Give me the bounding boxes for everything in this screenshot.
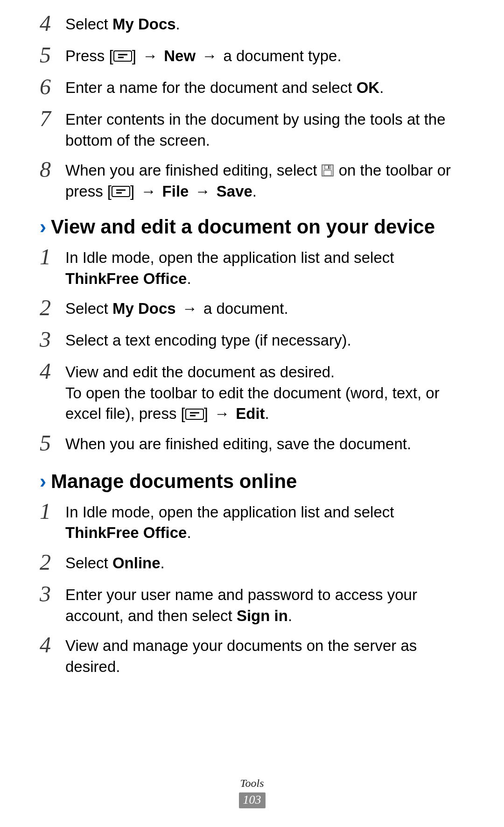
step-text: Press [] → New → a document type. [65,46,464,67]
step-number: 2 [40,551,65,573]
step-text: Select My Docs. [65,14,464,35]
step-item: 8When you are finished editing, select o… [40,160,464,202]
step-number: 5 [40,432,65,454]
step-text: Enter your user name and password to acc… [65,585,464,626]
step-item: 4View and edit the document as desired.T… [40,362,464,424]
step-item: 1In Idle mode, open the application list… [40,247,464,289]
step-text: When you are finished editing, save the … [65,434,464,455]
svg-rect-4 [325,165,330,169]
step-number: 1 [40,246,65,268]
step-item: 3Select a text encoding type (if necessa… [40,330,464,353]
section-title: Manage documents online [51,470,297,493]
step-text: In Idle mode, open the application list … [65,247,464,289]
step-text: View and edit the document as desired.To… [65,362,464,424]
page-number-container: 103 [0,792,504,808]
step-number: 3 [40,583,65,605]
step-item: 2Select My Docs → a document. [40,298,464,321]
section-heading-manage-online: › Manage documents online [40,470,464,493]
step-text: Select Online. [65,553,464,574]
svg-rect-0 [114,51,132,61]
step-number: 4 [40,12,65,35]
svg-rect-7 [112,186,130,197]
step-text: Enter contents in the document by using … [65,109,464,151]
top-steps-list: 4Select My Docs.5Press [] → New → a docu… [40,14,464,202]
step-text: Select My Docs → a document. [65,298,464,319]
step-text: When you are finished editing, select on… [65,160,464,202]
step-item: 4Select My Docs. [40,14,464,36]
step-text: Enter a name for the document and select… [65,78,464,99]
page-number: 103 [239,792,266,808]
step-item: 5When you are finished editing, save the… [40,434,464,456]
step-text: Select a text encoding type (if necessar… [65,330,464,351]
step-number: 3 [40,328,65,351]
step-item: 3Enter your user name and password to ac… [40,585,464,626]
step-number: 8 [40,158,65,181]
step-number: 5 [40,44,65,66]
svg-rect-6 [324,170,331,176]
step-number: 2 [40,297,65,319]
step-number: 1 [40,500,65,523]
svg-rect-10 [186,409,203,419]
step-item: 6Enter a name for the document and selec… [40,78,464,100]
step-text: In Idle mode, open the application list … [65,502,464,544]
menu-key-icon [113,50,132,62]
section-title: View and edit a document on your device [51,216,435,238]
menu-key-icon [112,186,130,197]
menu-key-icon [185,409,204,420]
step-item: 7Enter contents in the document by using… [40,109,464,151]
step-item: 2Select Online. [40,553,464,575]
save-disk-icon [321,164,334,177]
step-number: 7 [40,107,65,130]
step-text: View and manage your documents on the se… [65,636,464,677]
footer-category: Tools [0,777,504,790]
chevron-icon: › [40,216,46,238]
section2-steps-list: 1In Idle mode, open the application list… [40,502,464,677]
svg-rect-5 [328,166,329,169]
step-item: 5Press [] → New → a document type. [40,46,464,68]
step-number: 6 [40,76,65,98]
section1-steps-list: 1In Idle mode, open the application list… [40,247,464,456]
manual-page: 4Select My Docs.5Press [] → New → a docu… [0,0,504,827]
section-heading-view-edit: › View and edit a document on your devic… [40,216,464,238]
step-item: 4View and manage your documents on the s… [40,636,464,677]
chevron-icon: › [40,470,46,493]
step-number: 4 [40,360,65,382]
step-item: 1In Idle mode, open the application list… [40,502,464,544]
step-number: 4 [40,634,65,656]
